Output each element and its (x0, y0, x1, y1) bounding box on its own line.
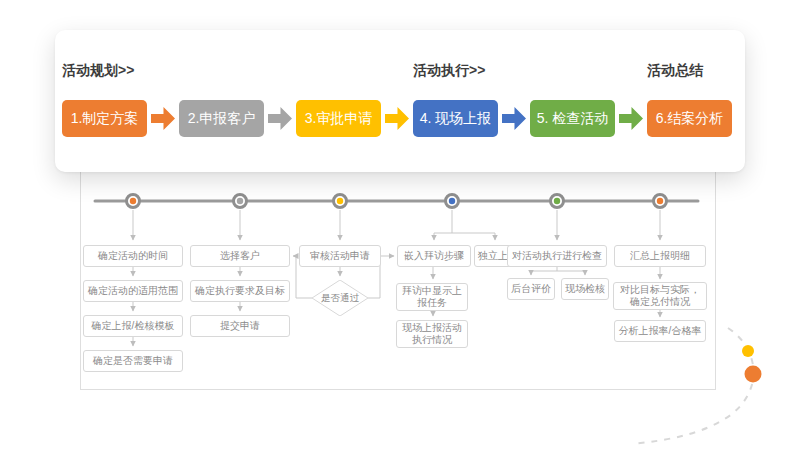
section-label-planning: 活动规划>> (62, 62, 134, 80)
section-label-summary: 活动总结 (647, 62, 703, 80)
decision-approved-label: 是否通过 (312, 280, 368, 316)
decorative-dot-large (745, 366, 762, 383)
box-execution-requirements: 确定执行要求及目标 (190, 280, 290, 302)
process-overview-card: 活动规划>> 活动执行>> 活动总结 1.制定方案 2.申报客户 3.审批申请 … (55, 30, 745, 172)
page: 确定活动的时间 确定活动的适用范围 确定上报/检核模板 确定是否需要申请 选择客… (0, 0, 792, 459)
step-box-5-check-activity: 5. 检查活动 (530, 100, 615, 137)
box-summarize-report-details: 汇总上报明细 (614, 245, 706, 267)
decision-approved: 是否通过 (312, 280, 368, 316)
box-check-execution: 对活动执行进行检查 (507, 245, 607, 267)
chain-arrow-icon-1 (151, 107, 175, 130)
box-show-report-task: 拜访中显示上报任务 (396, 283, 468, 311)
chain-arrow-icon-2 (268, 107, 292, 130)
step-box-2-declare-customer: 2.申报客户 (179, 100, 264, 137)
timeline-node-6 (654, 195, 667, 208)
timeline-node-3 (334, 195, 347, 208)
timeline-node-2 (234, 195, 247, 208)
chain-arrow-icon-3 (385, 107, 409, 130)
chain-arrow-icon-4 (502, 107, 526, 130)
section-label-execution: 活动执行>> (413, 62, 485, 80)
box-submit-application: 提交申请 (190, 315, 290, 337)
box-determine-activity-time: 确定活动的时间 (83, 245, 183, 267)
chain-arrow-icon-5 (619, 107, 643, 130)
box-select-customer: 选择客户 (190, 245, 290, 267)
box-backend-evaluation: 后台评价 (507, 278, 555, 300)
box-embed-visit-steps: 嵌入拜访步骤 (397, 245, 471, 267)
box-analyze-rates: 分析上报率/合格率 (614, 320, 706, 342)
box-review-application: 审核活动申请 (299, 245, 381, 267)
box-onsite-report-status: 现场上报活动执行情况 (396, 320, 468, 348)
decorative-arc (632, 328, 754, 444)
box-determine-activity-scope: 确定活动的适用范围 (83, 280, 183, 302)
box-determine-report-template: 确定上报/检核模板 (83, 315, 183, 337)
step-box-3-approve-application: 3.审批申请 (296, 100, 381, 137)
timeline-node-1 (127, 195, 140, 208)
timeline-node-4 (446, 195, 459, 208)
box-onsite-inspection: 现场检核 (561, 278, 609, 300)
step-box-4-onsite-report: 4. 现场上报 (413, 100, 498, 137)
step-box-6-closing-analysis: 6.结案分析 (647, 100, 732, 137)
box-compare-target-actual: 对比目标与实际，确定兑付情况 (613, 282, 707, 310)
decorative-dot-small (742, 345, 754, 357)
step-box-1-make-plan: 1.制定方案 (62, 100, 147, 137)
timeline-node-5 (551, 195, 564, 208)
box-determine-need-application: 确定是否需要申请 (83, 350, 183, 372)
